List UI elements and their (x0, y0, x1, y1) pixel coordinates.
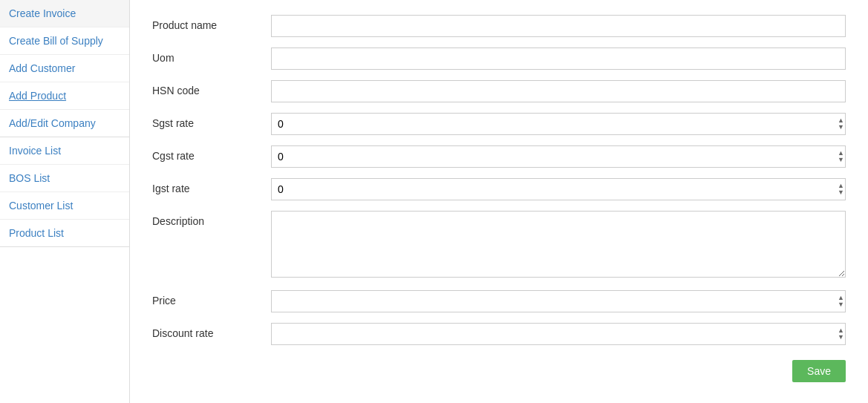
sidebar-item-add-customer[interactable]: Add Customer (0, 55, 129, 82)
spinner-arrows-price[interactable]: ▲ ▼ (838, 295, 844, 308)
label-hsn-code: HSN code (152, 80, 271, 96)
spinner-discount-rate: ▲ ▼ (271, 323, 846, 345)
spinner-sgst-rate: ▲ ▼ (271, 113, 846, 135)
label-price: Price (152, 290, 271, 307)
app-layout: Create Invoice Create Bill of Supply Add… (0, 0, 868, 403)
arrow-down-price[interactable]: ▼ (838, 301, 844, 308)
spinner-price: ▲ ▼ (271, 290, 846, 312)
control-igst-rate: ▲ ▼ (271, 178, 846, 200)
spinner-igst-rate: ▲ ▼ (271, 178, 846, 200)
save-button[interactable]: Save (792, 360, 846, 382)
form-actions: Save (152, 360, 846, 382)
arrow-down-sgst[interactable]: ▼ (838, 124, 844, 131)
arrow-down-cgst[interactable]: ▼ (838, 157, 844, 163)
input-igst-rate[interactable] (271, 178, 846, 200)
form-row-igst-rate: Igst rate ▲ ▼ (152, 178, 846, 200)
input-price[interactable] (271, 290, 846, 312)
sidebar-bottom-section: Invoice List BOS List Customer List Prod… (0, 137, 129, 247)
sidebar-item-create-invoice[interactable]: Create Invoice (0, 0, 129, 27)
input-discount-rate[interactable] (271, 323, 846, 345)
spinner-cgst-rate: ▲ ▼ (271, 145, 846, 168)
input-product-name[interactable] (271, 15, 846, 37)
control-hsn-code (271, 80, 846, 102)
control-uom (271, 47, 846, 70)
form-row-description: Description (152, 211, 846, 280)
sidebar-item-add-edit-company[interactable]: Add/Edit Company (0, 110, 129, 137)
form-row-cgst-rate: Cgst rate ▲ ▼ (152, 145, 846, 168)
form-row-uom: Uom (152, 47, 846, 70)
spinner-arrows-igst[interactable]: ▲ ▼ (838, 183, 844, 196)
label-sgst-rate: Sgst rate (152, 113, 271, 129)
input-cgst-rate[interactable] (271, 145, 846, 168)
control-discount-rate: ▲ ▼ (271, 323, 846, 345)
label-description: Description (152, 211, 271, 227)
label-uom: Uom (152, 47, 271, 64)
control-price: ▲ ▼ (271, 290, 846, 312)
label-discount-rate: Discount rate (152, 323, 271, 339)
input-sgst-rate[interactable] (271, 113, 846, 135)
spinner-arrows-sgst[interactable]: ▲ ▼ (838, 117, 844, 131)
input-description[interactable] (271, 211, 846, 278)
spinner-arrows-discount[interactable]: ▲ ▼ (838, 327, 844, 341)
form-row-discount-rate: Discount rate ▲ ▼ (152, 323, 846, 345)
control-description (271, 211, 846, 280)
main-content: Product name Uom HSN code Sgst rate (130, 0, 868, 403)
sidebar-top-section: Create Invoice Create Bill of Supply Add… (0, 0, 129, 137)
sidebar-item-create-bill-of-supply[interactable]: Create Bill of Supply (0, 27, 129, 55)
label-igst-rate: Igst rate (152, 178, 271, 194)
control-product-name (271, 15, 846, 37)
label-product-name: Product name (152, 15, 271, 31)
spinner-arrows-cgst[interactable]: ▲ ▼ (838, 150, 844, 163)
sidebar-item-product-list[interactable]: Product List (0, 220, 129, 246)
sidebar-item-invoice-list[interactable]: Invoice List (0, 137, 129, 165)
input-uom[interactable] (271, 47, 846, 70)
sidebar-item-customer-list[interactable]: Customer List (0, 192, 129, 220)
form-row-product-name: Product name (152, 15, 846, 37)
control-sgst-rate: ▲ ▼ (271, 113, 846, 135)
form-row-price: Price ▲ ▼ (152, 290, 846, 312)
sidebar: Create Invoice Create Bill of Supply Add… (0, 0, 130, 403)
form-row-sgst-rate: Sgst rate ▲ ▼ (152, 113, 846, 135)
sidebar-item-bos-list[interactable]: BOS List (0, 165, 129, 192)
label-cgst-rate: Cgst rate (152, 145, 271, 162)
arrow-down-discount[interactable]: ▼ (838, 334, 844, 341)
input-hsn-code[interactable] (271, 80, 846, 102)
arrow-down-igst[interactable]: ▼ (838, 189, 844, 196)
form-row-hsn-code: HSN code (152, 80, 846, 102)
control-cgst-rate: ▲ ▼ (271, 145, 846, 168)
sidebar-item-add-product[interactable]: Add Product (0, 82, 129, 110)
